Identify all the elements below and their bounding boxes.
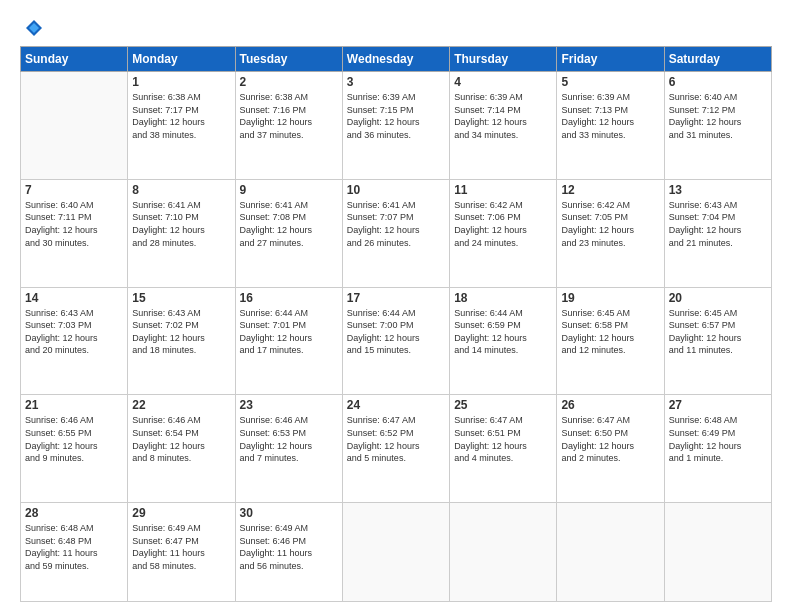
calendar-cell: 3Sunrise: 6:39 AM Sunset: 7:15 PM Daylig… — [342, 72, 449, 180]
day-info: Sunrise: 6:44 AM Sunset: 7:01 PM Dayligh… — [240, 307, 338, 357]
day-number: 18 — [454, 291, 552, 305]
day-info: Sunrise: 6:49 AM Sunset: 6:47 PM Dayligh… — [132, 522, 230, 572]
calendar-cell — [450, 503, 557, 602]
day-number: 26 — [561, 398, 659, 412]
logo — [20, 18, 44, 38]
calendar-cell: 30Sunrise: 6:49 AM Sunset: 6:46 PM Dayli… — [235, 503, 342, 602]
calendar-cell: 2Sunrise: 6:38 AM Sunset: 7:16 PM Daylig… — [235, 72, 342, 180]
calendar-cell: 5Sunrise: 6:39 AM Sunset: 7:13 PM Daylig… — [557, 72, 664, 180]
calendar-cell: 14Sunrise: 6:43 AM Sunset: 7:03 PM Dayli… — [21, 287, 128, 395]
day-info: Sunrise: 6:38 AM Sunset: 7:16 PM Dayligh… — [240, 91, 338, 141]
day-header-tuesday: Tuesday — [235, 47, 342, 72]
calendar-cell: 21Sunrise: 6:46 AM Sunset: 6:55 PM Dayli… — [21, 395, 128, 503]
calendar-cell: 19Sunrise: 6:45 AM Sunset: 6:58 PM Dayli… — [557, 287, 664, 395]
day-number: 2 — [240, 75, 338, 89]
calendar-cell: 24Sunrise: 6:47 AM Sunset: 6:52 PM Dayli… — [342, 395, 449, 503]
day-header-sunday: Sunday — [21, 47, 128, 72]
day-info: Sunrise: 6:38 AM Sunset: 7:17 PM Dayligh… — [132, 91, 230, 141]
day-number: 20 — [669, 291, 767, 305]
day-header-saturday: Saturday — [664, 47, 771, 72]
day-info: Sunrise: 6:40 AM Sunset: 7:12 PM Dayligh… — [669, 91, 767, 141]
calendar-cell: 8Sunrise: 6:41 AM Sunset: 7:10 PM Daylig… — [128, 179, 235, 287]
day-number: 30 — [240, 506, 338, 520]
calendar-cell: 6Sunrise: 6:40 AM Sunset: 7:12 PM Daylig… — [664, 72, 771, 180]
day-number: 4 — [454, 75, 552, 89]
day-number: 7 — [25, 183, 123, 197]
calendar-cell: 22Sunrise: 6:46 AM Sunset: 6:54 PM Dayli… — [128, 395, 235, 503]
calendar-cell: 16Sunrise: 6:44 AM Sunset: 7:01 PM Dayli… — [235, 287, 342, 395]
calendar-cell: 20Sunrise: 6:45 AM Sunset: 6:57 PM Dayli… — [664, 287, 771, 395]
calendar-cell: 4Sunrise: 6:39 AM Sunset: 7:14 PM Daylig… — [450, 72, 557, 180]
calendar-cell — [342, 503, 449, 602]
calendar-cell: 17Sunrise: 6:44 AM Sunset: 7:00 PM Dayli… — [342, 287, 449, 395]
day-info: Sunrise: 6:43 AM Sunset: 7:02 PM Dayligh… — [132, 307, 230, 357]
day-number: 29 — [132, 506, 230, 520]
calendar-cell: 23Sunrise: 6:46 AM Sunset: 6:53 PM Dayli… — [235, 395, 342, 503]
day-info: Sunrise: 6:43 AM Sunset: 7:03 PM Dayligh… — [25, 307, 123, 357]
day-number: 8 — [132, 183, 230, 197]
day-info: Sunrise: 6:47 AM Sunset: 6:50 PM Dayligh… — [561, 414, 659, 464]
day-header-friday: Friday — [557, 47, 664, 72]
calendar-cell: 7Sunrise: 6:40 AM Sunset: 7:11 PM Daylig… — [21, 179, 128, 287]
calendar-table: SundayMondayTuesdayWednesdayThursdayFrid… — [20, 46, 772, 602]
day-header-thursday: Thursday — [450, 47, 557, 72]
day-info: Sunrise: 6:44 AM Sunset: 6:59 PM Dayligh… — [454, 307, 552, 357]
calendar-cell: 10Sunrise: 6:41 AM Sunset: 7:07 PM Dayli… — [342, 179, 449, 287]
week-row-3: 14Sunrise: 6:43 AM Sunset: 7:03 PM Dayli… — [21, 287, 772, 395]
day-info: Sunrise: 6:41 AM Sunset: 7:10 PM Dayligh… — [132, 199, 230, 249]
day-info: Sunrise: 6:40 AM Sunset: 7:11 PM Dayligh… — [25, 199, 123, 249]
calendar-cell: 29Sunrise: 6:49 AM Sunset: 6:47 PM Dayli… — [128, 503, 235, 602]
day-info: Sunrise: 6:41 AM Sunset: 7:07 PM Dayligh… — [347, 199, 445, 249]
calendar-cell: 18Sunrise: 6:44 AM Sunset: 6:59 PM Dayli… — [450, 287, 557, 395]
week-row-2: 7Sunrise: 6:40 AM Sunset: 7:11 PM Daylig… — [21, 179, 772, 287]
day-info: Sunrise: 6:49 AM Sunset: 6:46 PM Dayligh… — [240, 522, 338, 572]
day-info: Sunrise: 6:41 AM Sunset: 7:08 PM Dayligh… — [240, 199, 338, 249]
day-info: Sunrise: 6:47 AM Sunset: 6:52 PM Dayligh… — [347, 414, 445, 464]
day-info: Sunrise: 6:44 AM Sunset: 7:00 PM Dayligh… — [347, 307, 445, 357]
day-number: 10 — [347, 183, 445, 197]
day-number: 9 — [240, 183, 338, 197]
day-info: Sunrise: 6:46 AM Sunset: 6:55 PM Dayligh… — [25, 414, 123, 464]
logo-icon — [24, 18, 44, 38]
day-info: Sunrise: 6:39 AM Sunset: 7:14 PM Dayligh… — [454, 91, 552, 141]
day-info: Sunrise: 6:45 AM Sunset: 6:58 PM Dayligh… — [561, 307, 659, 357]
calendar-cell: 1Sunrise: 6:38 AM Sunset: 7:17 PM Daylig… — [128, 72, 235, 180]
day-number: 27 — [669, 398, 767, 412]
day-info: Sunrise: 6:39 AM Sunset: 7:15 PM Dayligh… — [347, 91, 445, 141]
calendar-cell: 28Sunrise: 6:48 AM Sunset: 6:48 PM Dayli… — [21, 503, 128, 602]
day-info: Sunrise: 6:43 AM Sunset: 7:04 PM Dayligh… — [669, 199, 767, 249]
day-number: 23 — [240, 398, 338, 412]
week-row-5: 28Sunrise: 6:48 AM Sunset: 6:48 PM Dayli… — [21, 503, 772, 602]
day-info: Sunrise: 6:39 AM Sunset: 7:13 PM Dayligh… — [561, 91, 659, 141]
calendar-cell: 12Sunrise: 6:42 AM Sunset: 7:05 PM Dayli… — [557, 179, 664, 287]
day-number: 11 — [454, 183, 552, 197]
day-number: 19 — [561, 291, 659, 305]
day-number: 16 — [240, 291, 338, 305]
week-row-1: 1Sunrise: 6:38 AM Sunset: 7:17 PM Daylig… — [21, 72, 772, 180]
day-number: 15 — [132, 291, 230, 305]
day-number: 6 — [669, 75, 767, 89]
day-number: 22 — [132, 398, 230, 412]
day-info: Sunrise: 6:48 AM Sunset: 6:48 PM Dayligh… — [25, 522, 123, 572]
calendar-cell — [557, 503, 664, 602]
week-row-4: 21Sunrise: 6:46 AM Sunset: 6:55 PM Dayli… — [21, 395, 772, 503]
header — [20, 18, 772, 38]
calendar-cell: 9Sunrise: 6:41 AM Sunset: 7:08 PM Daylig… — [235, 179, 342, 287]
calendar-cell: 26Sunrise: 6:47 AM Sunset: 6:50 PM Dayli… — [557, 395, 664, 503]
day-number: 5 — [561, 75, 659, 89]
calendar-cell — [21, 72, 128, 180]
calendar-cell: 13Sunrise: 6:43 AM Sunset: 7:04 PM Dayli… — [664, 179, 771, 287]
day-info: Sunrise: 6:46 AM Sunset: 6:54 PM Dayligh… — [132, 414, 230, 464]
days-header-row: SundayMondayTuesdayWednesdayThursdayFrid… — [21, 47, 772, 72]
day-number: 12 — [561, 183, 659, 197]
day-number: 13 — [669, 183, 767, 197]
day-number: 17 — [347, 291, 445, 305]
calendar-cell: 15Sunrise: 6:43 AM Sunset: 7:02 PM Dayli… — [128, 287, 235, 395]
day-info: Sunrise: 6:46 AM Sunset: 6:53 PM Dayligh… — [240, 414, 338, 464]
day-info: Sunrise: 6:45 AM Sunset: 6:57 PM Dayligh… — [669, 307, 767, 357]
day-number: 3 — [347, 75, 445, 89]
day-number: 25 — [454, 398, 552, 412]
day-number: 1 — [132, 75, 230, 89]
day-info: Sunrise: 6:42 AM Sunset: 7:06 PM Dayligh… — [454, 199, 552, 249]
calendar-page: SundayMondayTuesdayWednesdayThursdayFrid… — [0, 0, 792, 612]
